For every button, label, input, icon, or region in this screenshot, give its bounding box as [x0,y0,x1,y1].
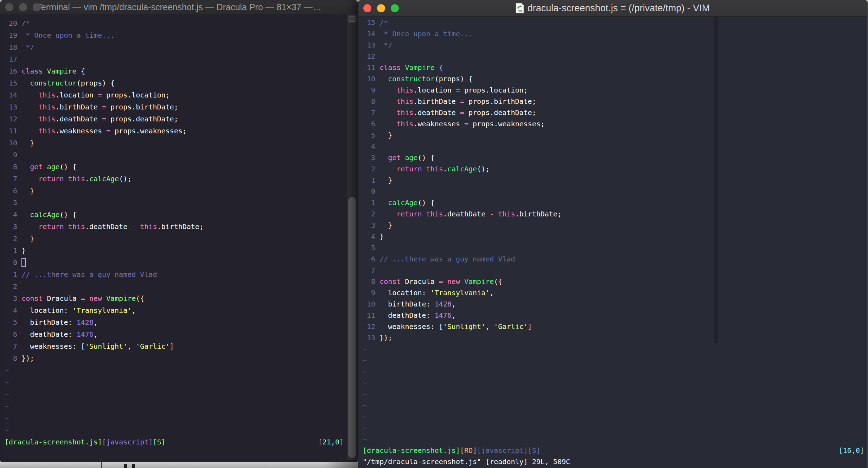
code-line: 8const Dracula = new Vampire({ [363,276,867,287]
line-number: 5 [5,197,21,209]
code-line: 15/* [363,17,867,28]
code-line: 11 deathDate: 1476, [363,310,867,321]
code-line: 10 } [5,137,346,149]
line-number: 11 [363,310,379,321]
code-line: 6 deathDate: 1476, [5,328,346,340]
line-number: 20 [5,17,21,29]
line-number: 2 [5,233,21,245]
code-line: 12 weaknesses: ['Sunlight', 'Garlic'] [363,321,867,332]
code-line: 4 location: 'Transylvania', [5,304,346,316]
filler-line: ~ [5,364,346,376]
line-number: 8 [363,276,379,287]
line-number: 15 [5,77,21,89]
filler-line: ~ [5,412,346,424]
code-line: 9 location: 'Transylvania', [363,287,867,298]
scrollbar-thumb[interactable] [348,197,356,458]
code-line: 12 this.deathDate = props.deathDate; [5,113,346,125]
window-title-group: JS dracula-screenshot.js = (/private/tmp… [358,3,867,14]
code-line: 14 * Once upon a time... [363,28,867,39]
close-button[interactable] [363,4,371,12]
line-number: 4 [363,141,379,152]
line-number: 5 [5,316,21,328]
desktop: Terminal — vim /tmp/dracula-screenshot.j… [0,0,868,468]
line-number: 12 [5,113,21,125]
code-line: 13 */ [363,39,867,51]
vim-cursor [21,258,26,267]
minimize-button[interactable] [19,3,27,11]
line-number: 8 [5,161,21,173]
vim-command-line: "/tmp/dracula-screenshot.js" [readonly] … [363,456,867,467]
code-line: 15 constructor(props) { [5,77,346,89]
filler-line: ~ [5,376,346,388]
line-number: 18 [5,41,21,53]
line-number: 3 [363,220,379,231]
code-line: 16class Vampire { [5,65,346,77]
line-number: 9 [5,149,21,161]
terminal-titlebar[interactable]: Terminal — vim /tmp/dracula-screenshot.j… [0,0,358,14]
code-line: 11class Vampire { [363,62,867,73]
code-line: 5 birthDate: 1428, [5,316,346,328]
code-line: 3 } [363,220,867,231]
code-line: 13}); [363,332,867,343]
line-number: 6 [363,118,379,129]
filler-line: ~ [5,400,346,412]
line-number: 4 [363,231,379,242]
line-number: 8 [363,96,379,107]
filler-line: ~ [363,411,867,422]
macvim-titlebar[interactable]: JS dracula-screenshot.js = (/private/tmp… [358,0,867,17]
code-line: 8}); [5,352,346,364]
line-number: 4 [5,304,21,316]
code-line: 2 } [5,233,346,245]
code-line: 7 [363,265,867,276]
code-line: 2 return this.deathDate - this.birthDate… [363,208,867,220]
line-number: 10 [5,137,21,149]
code-line: 2 [5,280,346,292]
filler-line: ~ [363,400,867,411]
line-number: 5 [363,129,379,141]
line-number: 2 [5,280,21,292]
line-number: 7 [5,173,21,185]
code-line: 12 [363,51,867,62]
background-text-fragment [132,464,135,468]
filler-line: ~ [363,377,867,388]
line-number: 6 [363,253,379,265]
line-number: 0 [5,257,21,268]
code-line: 14 this.location = props.location; [5,89,346,101]
line-number: 1 [5,245,21,257]
zoom-button[interactable] [391,4,399,12]
code-line: 0 [363,186,867,197]
minimize-button[interactable] [377,4,385,12]
right-buffer[interactable]: 15/*14 * Once upon a time...13 */1211cla… [358,16,867,468]
close-button[interactable] [5,3,13,11]
code-line: 4 [363,141,867,152]
code-line: 6 this.weaknesses = props.weaknesses; [363,118,867,129]
code-line: 17 [5,53,346,65]
line-number: 1 [363,175,379,186]
zoom-button[interactable] [33,3,41,11]
line-number: 9 [363,287,379,298]
macvim-window: JS dracula-screenshot.js = (/private/tmp… [358,0,868,468]
svg-text:JS: JS [518,10,522,13]
line-number: 2 [363,163,379,175]
code-line: 7 weaknesses: ['Sunlight', 'Garlic'] [5,340,346,352]
code-line: 3 get age() { [363,152,867,163]
terminal-scrollbar[interactable] [346,14,358,460]
code-line: 20/* [5,17,346,29]
line-number: 9 [363,84,379,96]
line-number: 13 [363,332,379,343]
filler-line: ~ [363,422,867,434]
document-icon: JS [516,3,524,13]
background-text-fragment [124,464,127,468]
code-line: 4} [363,231,867,242]
background-window-sliver [0,462,358,468]
line-number: 12 [363,321,379,332]
left-buffer[interactable]: 20/*19 * Once upon a time...18 */1716cla… [0,14,346,462]
line-number: 6 [5,328,21,340]
line-number: 3 [363,152,379,163]
line-number: 1 [5,268,21,280]
filler-line: ~ [363,343,867,355]
line-number: 12 [363,51,379,62]
terminal-window: Terminal — vim /tmp/dracula-screenshot.j… [0,0,358,462]
code-line: 6// ...there was a guy named Vlad [363,253,867,265]
line-number: 3 [5,221,21,233]
